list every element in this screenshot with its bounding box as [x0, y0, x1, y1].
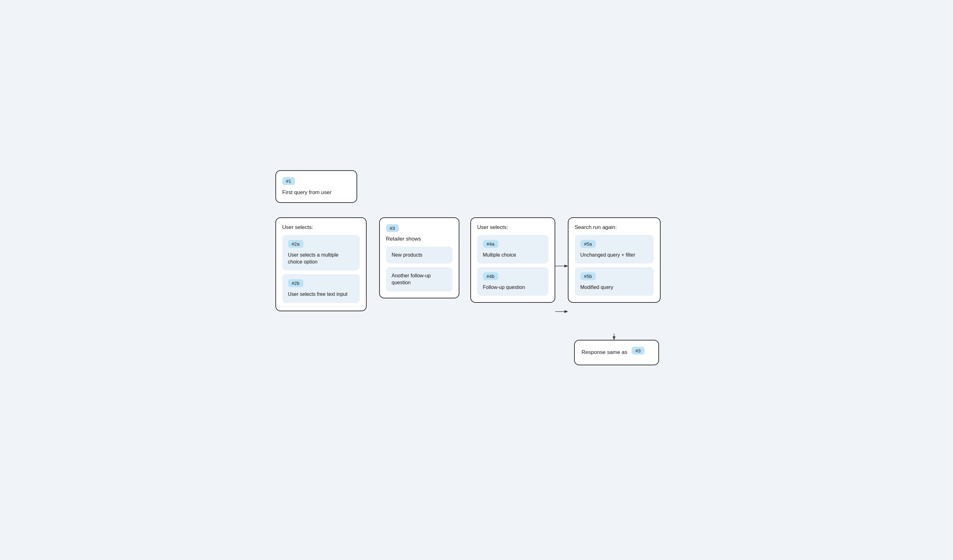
node-5b-text: Modified query: [580, 284, 648, 291]
node-2a: #2a User selects a multiple choice optio…: [282, 235, 360, 271]
node-2b: #2b User selects free text input: [282, 274, 360, 303]
badge-4a: #4a: [483, 240, 498, 248]
node-6-prefix: Response same as: [582, 349, 627, 356]
node-3-text-1: New products: [392, 252, 447, 258]
diagram-canvas: #1 First query from user User selects: #…: [256, 158, 697, 403]
node-1-title: First query from user: [282, 189, 350, 196]
badge-5a: #5a: [580, 240, 596, 248]
node-1: #1 First query from user: [275, 170, 357, 203]
node-2a-text: User selects a multiple choice option: [288, 252, 354, 266]
badge-1: #1: [282, 177, 295, 185]
node-6: Response same as #3: [574, 340, 659, 365]
node-3: #3 Retailer shows New products Another f…: [379, 217, 459, 299]
node-2-label: User selects:: [282, 224, 360, 230]
badge-6-ref: #3: [632, 347, 644, 354]
node-4b: #4b Follow-up question: [477, 267, 548, 296]
badge-2a: #2a: [288, 240, 303, 248]
node-6-content: Response same as #3: [582, 347, 652, 358]
node-3-label: Retailer shows: [386, 236, 452, 242]
node-3-text-2: Another follow-up question: [392, 272, 447, 286]
badge-2b: #2b: [288, 279, 303, 287]
node-4b-text: Follow-up question: [483, 284, 543, 291]
badge-3: #3: [386, 224, 399, 232]
node-5a-text: Unchanged query + filter: [580, 252, 648, 258]
node-4: User selects: #4a Multiple choice #4b Fo…: [470, 217, 555, 303]
badge-4b: #4b: [483, 272, 498, 280]
node-5a: #5a Unchanged query + filter: [575, 235, 653, 263]
node-5-label: Search run again:: [575, 224, 653, 230]
node-5: Search run again: #5a Unchanged query + …: [568, 217, 661, 303]
node-3-item-2: Another follow-up question: [386, 267, 452, 291]
node-3-item-1: New products: [386, 246, 452, 263]
badge-5b: #5b: [580, 272, 596, 280]
node-4-label: User selects:: [477, 224, 548, 230]
node-4a-text: Multiple choice: [483, 252, 543, 258]
node-4a: #4a Multiple choice: [477, 235, 548, 263]
node-2b-text: User selects free text input: [288, 291, 354, 298]
node-5b: #5b Modified query: [575, 267, 653, 296]
node-2: User selects: #2a User selects a multipl…: [275, 217, 366, 311]
